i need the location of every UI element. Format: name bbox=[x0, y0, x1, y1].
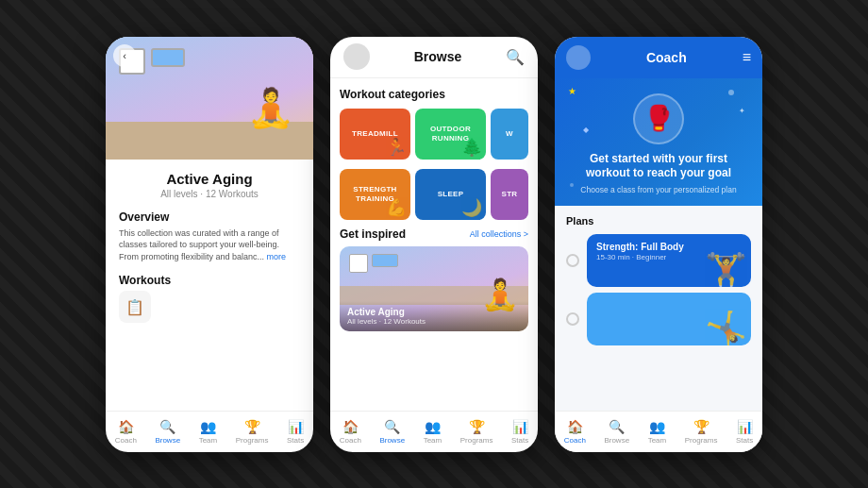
screen3-header: Coach ≡ bbox=[555, 37, 762, 78]
s3-team-icon: 👥 bbox=[649, 419, 665, 434]
plans-heading: Plans bbox=[566, 215, 751, 227]
s3-browse-icon: 🔍 bbox=[609, 419, 625, 434]
figure-illustration: 🧘 bbox=[247, 89, 294, 126]
stats-icon: 📊 bbox=[288, 419, 304, 434]
sleep-figure: 🌙 bbox=[461, 197, 482, 218]
star-decoration-3: ◆ bbox=[583, 126, 589, 134]
screen2-title: Browse bbox=[414, 49, 462, 64]
collection-subtitle: All levels · 12 Workouts bbox=[119, 189, 300, 199]
plan-card-2[interactable]: 🤸 bbox=[587, 293, 751, 345]
card-subtitle: All levels · 12 Workouts bbox=[347, 317, 521, 326]
workout-item[interactable]: 📋 bbox=[119, 291, 151, 323]
screen3-nav: 🏠 Coach 🔍 Browse 👥 Team 🏆 Programs 📊 Sta… bbox=[555, 411, 762, 452]
filter-icon[interactable]: ≡ bbox=[743, 49, 751, 66]
nav-item-stats[interactable]: 📊 Stats bbox=[287, 419, 304, 445]
category-strength[interactable]: STRENGTH TRAINING 💪 bbox=[340, 169, 410, 220]
category-grid-row1: TREADMILL 🏃 OUTDOOR RUNNING 🌲 W bbox=[340, 109, 528, 160]
category-outdoor[interactable]: OUTDOOR RUNNING 🌲 bbox=[415, 109, 486, 160]
workouts-section: Workouts 📋 bbox=[119, 274, 300, 323]
search-icon[interactable]: 🔍 bbox=[506, 48, 525, 66]
card-window2 bbox=[372, 254, 398, 267]
user-avatar[interactable] bbox=[343, 43, 370, 70]
card-title: Active Aging bbox=[347, 307, 521, 317]
treadmill-figure: 🏃 bbox=[386, 137, 407, 158]
strength-figure: 💪 bbox=[386, 197, 407, 218]
screen3-hero: ★ ✦ ◆ 🥊 Get started with your first work… bbox=[555, 78, 762, 206]
s2-nav-label-programs: Programs bbox=[460, 436, 493, 445]
screen2-content: Workout categories TREADMILL 🏃 OUTDOOR R… bbox=[330, 78, 538, 411]
hero-subhead: Choose a class from your personalized pl… bbox=[566, 185, 751, 194]
category-treadmill[interactable]: TREADMILL 🏃 bbox=[340, 109, 410, 160]
more-link[interactable]: more bbox=[267, 252, 287, 261]
s2-coach-icon: 🏠 bbox=[342, 419, 359, 434]
browse-icon: 🔍 bbox=[159, 419, 175, 434]
s3-nav-label-browse: Browse bbox=[604, 436, 629, 445]
dot-decoration-1 bbox=[728, 90, 734, 95]
nav-item-programs[interactable]: 🏆 Programs bbox=[236, 419, 269, 445]
nav-label-stats: Stats bbox=[287, 436, 304, 445]
plan-radio-1[interactable] bbox=[566, 254, 579, 267]
categories-heading: Workout categories bbox=[340, 88, 528, 101]
s3-nav-label-team: Team bbox=[648, 436, 667, 445]
category-sleep[interactable]: SLEEP 🌙 bbox=[415, 169, 486, 220]
screen2-phone: Browse 🔍 Workout categories TREADMILL 🏃 … bbox=[330, 37, 538, 452]
star-decoration-1: ★ bbox=[568, 86, 576, 96]
s2-stats-icon: 📊 bbox=[512, 419, 528, 434]
s2-nav-label-browse: Browse bbox=[379, 436, 405, 445]
back-button[interactable]: ‹ bbox=[113, 44, 136, 67]
s2-nav-label-team: Team bbox=[424, 436, 442, 445]
collection-title: Active Aging bbox=[119, 171, 300, 187]
inspire-card[interactable]: 🧘 Active Aging All levels · 12 Workouts bbox=[340, 246, 528, 331]
s3-nav-browse[interactable]: 🔍 Browse bbox=[604, 419, 629, 445]
nav-item-team[interactable]: 👥 Team bbox=[199, 419, 218, 445]
s2-nav-team[interactable]: 👥 Team bbox=[424, 419, 442, 445]
s3-nav-team[interactable]: 👥 Team bbox=[648, 419, 667, 445]
s3-nav-coach[interactable]: 🏠 Coach bbox=[564, 419, 586, 445]
nav-item-browse[interactable]: 🔍 Browse bbox=[155, 419, 180, 445]
s2-team-icon: 👥 bbox=[425, 419, 441, 434]
nav-label-coach: Coach bbox=[115, 436, 137, 445]
inspire-header: Get inspired All collections > bbox=[340, 227, 528, 241]
s2-nav-stats[interactable]: 📊 Stats bbox=[511, 419, 528, 445]
s3-nav-label-coach: Coach bbox=[564, 436, 586, 445]
plan-card-1[interactable]: Strength: Full Body 15-30 min · Beginner… bbox=[587, 234, 751, 287]
trophy-icon: 🥊 bbox=[633, 93, 684, 144]
screen2-nav: 🏠 Coach 🔍 Browse 👥 Team 🏆 Programs 📊 Sta… bbox=[330, 411, 538, 452]
category-walking-partial[interactable]: W bbox=[491, 109, 528, 160]
plan-meta-1: 15-30 min · Beginner bbox=[596, 253, 742, 261]
s3-nav-stats[interactable]: 📊 Stats bbox=[736, 419, 753, 445]
s2-nav-browse[interactable]: 🔍 Browse bbox=[379, 419, 405, 445]
s2-nav-label-stats: Stats bbox=[511, 436, 528, 445]
s2-browse-icon: 🔍 bbox=[384, 419, 400, 434]
s2-nav-programs[interactable]: 🏆 Programs bbox=[460, 419, 493, 445]
workouts-heading: Workouts bbox=[119, 274, 300, 287]
overview-section: Overview This collection was curated wit… bbox=[119, 210, 300, 263]
s3-programs-icon: 🏆 bbox=[693, 419, 709, 434]
category-str2-partial[interactable]: STR bbox=[491, 169, 528, 220]
all-collections-link[interactable]: All collections > bbox=[470, 229, 528, 239]
s3-nav-programs[interactable]: 🏆 Programs bbox=[685, 419, 718, 445]
screen1-nav: 🏠 Coach 🔍 Browse 👥 Team 🏆 Programs 📊 Sta… bbox=[106, 411, 313, 452]
walking-label: W bbox=[502, 129, 517, 139]
window2-decoration bbox=[151, 48, 185, 67]
s2-nav-label-coach: Coach bbox=[340, 436, 361, 445]
coach-avatar[interactable] bbox=[566, 45, 591, 70]
plan-row-2: 🤸 bbox=[566, 293, 751, 345]
s2-nav-coach[interactable]: 🏠 Coach bbox=[340, 419, 361, 445]
screen3-title: Coach bbox=[646, 50, 687, 65]
s3-nav-label-stats: Stats bbox=[736, 436, 753, 445]
screen2-header: Browse 🔍 bbox=[330, 37, 538, 78]
coach-icon: 🏠 bbox=[118, 419, 134, 434]
star-decoration-2: ✦ bbox=[739, 107, 745, 115]
s3-coach-icon: 🏠 bbox=[567, 419, 583, 434]
team-icon: 👥 bbox=[200, 419, 216, 434]
plan-radio-2[interactable] bbox=[566, 312, 579, 326]
outdoor-figure: 🌲 bbox=[461, 137, 482, 158]
s3-nav-label-programs: Programs bbox=[685, 436, 718, 445]
nav-label-programs: Programs bbox=[236, 436, 269, 445]
s2-programs-icon: 🏆 bbox=[469, 419, 485, 434]
nav-item-coach[interactable]: 🏠 Coach bbox=[115, 419, 137, 445]
hero-headline: Get started with your first workout to r… bbox=[566, 152, 751, 181]
card-overlay: Active Aging All levels · 12 Workouts bbox=[340, 301, 528, 331]
plan-card-1-label: Strength: Full Body 15-30 min · Beginner bbox=[587, 234, 751, 269]
